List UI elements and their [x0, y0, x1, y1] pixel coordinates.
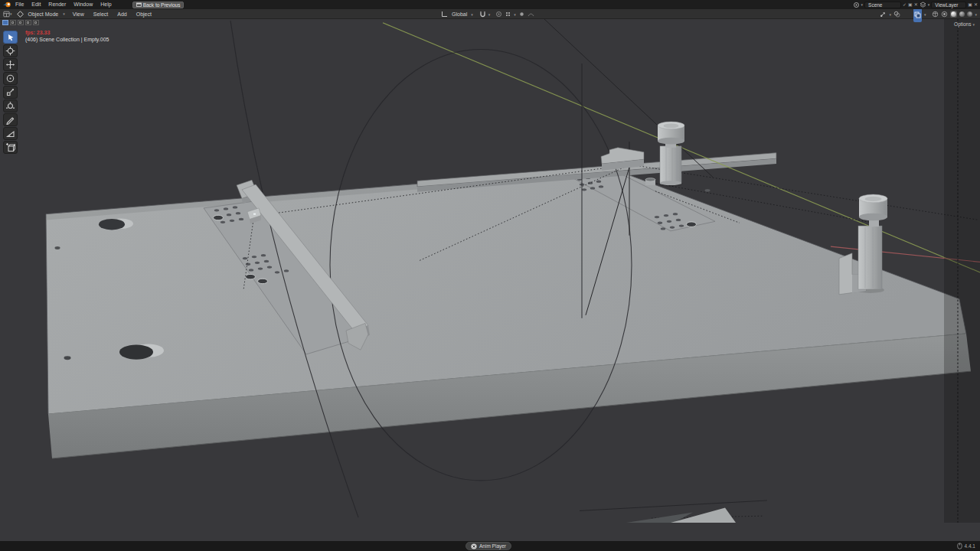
version-area: 4.4.1	[957, 542, 975, 550]
menu-file[interactable]: File	[11, 0, 28, 9]
editor-type-caret[interactable]: ▾	[10, 11, 12, 16]
scene-icon[interactable]	[853, 2, 860, 8]
menu-view[interactable]: View	[68, 9, 89, 19]
orientation-caret[interactable]: ▾	[471, 12, 473, 17]
viewlayer-browse-caret[interactable]: ▾	[928, 2, 930, 7]
editor-type-icon[interactable]	[3, 11, 10, 18]
mouse-icon	[957, 543, 962, 549]
blender-logo-icon[interactable]	[3, 2, 11, 8]
menu-window[interactable]: Window	[70, 0, 96, 9]
version-label: 4.4.1	[965, 543, 975, 549]
active-frame-icon[interactable]	[2, 20, 8, 25]
menu-select[interactable]: Select	[89, 9, 113, 19]
viewport-canvas[interactable]	[0, 19, 980, 541]
tool-measure[interactable]	[3, 127, 18, 140]
pin-scene-icon[interactable]: ✓	[903, 2, 906, 8]
options-dropdown[interactable]: Options ▾	[954, 21, 975, 27]
tool-transform[interactable]	[3, 99, 18, 112]
xray-caret[interactable]: ▾	[924, 12, 926, 17]
scene-browse-caret[interactable]: ▾	[861, 2, 864, 7]
viewlayer-name-field[interactable]: ViewLayer	[931, 2, 966, 8]
cancel-job-icon[interactable]	[471, 543, 477, 549]
delete-scene-icon[interactable]: ✕	[914, 2, 918, 8]
bottom-wedge-objects[interactable]	[626, 508, 736, 523]
frame-icon[interactable]	[33, 20, 39, 25]
show-gizmo-icon[interactable]	[880, 11, 887, 18]
3d-viewport[interactable]: fps: 23.33 (406) Scene Collection | Empt…	[0, 19, 980, 541]
snap-grid-icon[interactable]	[505, 11, 511, 18]
tool-shelf	[3, 31, 18, 154]
viewport-header: ▾ Object Mode ▾ View Select Add Object G…	[0, 9, 980, 19]
right-screw-object[interactable]	[839, 194, 887, 295]
tool-select-box[interactable]	[3, 31, 18, 44]
status-bar: Anim Player 4.4.1	[0, 541, 980, 551]
base-plate-object[interactable]	[46, 168, 971, 458]
tool-move[interactable]	[3, 58, 18, 71]
new-scene-icon[interactable]: ▣	[908, 2, 913, 8]
xray-icon	[914, 11, 921, 18]
mode-selector[interactable]: Object Mode	[24, 9, 64, 19]
tool-annotate[interactable]	[3, 113, 18, 126]
viewport-corner-icons	[2, 20, 39, 25]
object-mode-icon	[17, 11, 24, 18]
gizmo-caret[interactable]: ▾	[889, 12, 891, 17]
measure-ruler-icon	[5, 129, 15, 139]
show-overlays-icon[interactable]	[893, 11, 900, 18]
remove-viewlayer-icon[interactable]: ✕	[974, 2, 978, 8]
options-label: Options	[954, 21, 971, 27]
context-breadcrumb: (406) Scene Collection | Empty.005	[25, 37, 109, 42]
screen-back-icon	[136, 2, 142, 8]
grid-caret[interactable]: ▾	[514, 12, 516, 17]
add-cube-icon	[5, 142, 15, 152]
cursor-icon	[5, 46, 15, 56]
anim-player-job[interactable]: Anim Player	[466, 542, 511, 550]
orientation-icon	[441, 11, 448, 18]
scene-name-field[interactable]: Scene	[864, 2, 901, 8]
menu-object[interactable]: Object	[132, 9, 156, 19]
shading-solid-button[interactable]	[950, 11, 957, 18]
menu-edit[interactable]: Edit	[28, 0, 44, 9]
tool-scale[interactable]	[3, 86, 18, 99]
viewlayer-name: ViewLayer	[935, 2, 958, 8]
back-button-label: Back to Previous	[143, 2, 181, 8]
snap-caret[interactable]: ▾	[488, 12, 491, 17]
annotate-pen-icon	[5, 115, 15, 125]
mode-caret[interactable]: ▾	[63, 11, 65, 16]
snap-magnet-icon[interactable]	[479, 11, 486, 18]
menu-render[interactable]: Render	[44, 0, 70, 9]
shading-solid-icon	[951, 11, 956, 17]
scene-name: Scene	[868, 2, 882, 8]
menu-help[interactable]: Help	[96, 0, 115, 9]
tool-cursor[interactable]	[3, 44, 18, 57]
proportional-edit-icon[interactable]	[495, 11, 502, 18]
frame-icon[interactable]	[18, 20, 24, 25]
viewport-display-controls: ▾ ▾ ▾	[880, 9, 977, 19]
options-caret: ▾	[972, 22, 975, 27]
fps-indicator: fps: 23.33	[25, 30, 50, 35]
rotate-icon	[5, 73, 15, 83]
scale-icon	[5, 87, 15, 97]
menu-add[interactable]: Add	[113, 9, 131, 19]
viewlayer-icon[interactable]	[920, 2, 926, 8]
shading-wireframe-icon[interactable]	[932, 11, 939, 18]
frame-icon[interactable]	[10, 20, 16, 25]
shading-material-icon[interactable]	[959, 11, 965, 17]
tool-rotate[interactable]	[3, 72, 18, 85]
proportional-falloff-icon	[528, 11, 534, 18]
frame-icon[interactable]	[25, 20, 31, 25]
back-to-previous-button[interactable]: Back to Previous	[132, 2, 185, 8]
select-box-icon	[5, 32, 15, 42]
transform-snap-controls: Global ▾ ▾ ▾	[441, 9, 534, 19]
shading-solid-wire-icon[interactable]	[941, 11, 948, 18]
render-region-border	[944, 19, 980, 523]
tool-add-cube[interactable]	[3, 141, 18, 154]
pivot-point-icon[interactable]	[518, 11, 525, 18]
shading-caret[interactable]: ▾	[975, 12, 977, 17]
top-menu-bar: File Edit Render Window Help Back to Pre…	[0, 0, 980, 9]
anim-player-label: Anim Player	[479, 543, 506, 549]
move-icon	[5, 60, 15, 70]
transform-orientation-dropdown[interactable]: Global	[450, 9, 469, 19]
transform-icon	[5, 101, 15, 111]
new-viewlayer-icon[interactable]: ▣	[968, 2, 972, 8]
shading-rendered-icon[interactable]	[967, 11, 972, 17]
